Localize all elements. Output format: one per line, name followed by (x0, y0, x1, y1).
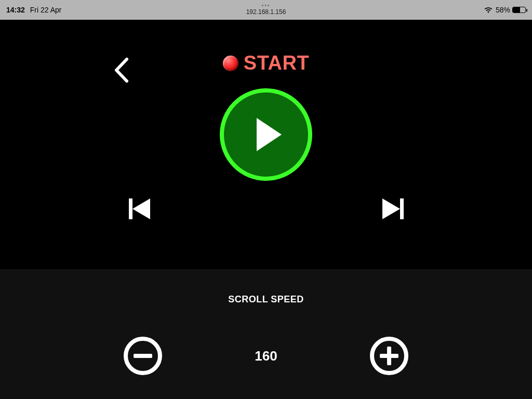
skip-end-bar-icon (400, 198, 404, 219)
status-time: 14:32 (6, 6, 25, 14)
play-button[interactable] (220, 88, 312, 181)
skip-start-triangle-icon (132, 198, 150, 219)
status-address: 192.168.1.156 (246, 8, 286, 16)
skip-end-triangle-icon (382, 198, 400, 219)
playback-panel: START (0, 20, 532, 269)
battery-indicator: 58% (496, 6, 526, 14)
scroll-speed-panel: SCROLL SPEED 160 (0, 269, 532, 399)
scroll-speed-label: SCROLL SPEED (228, 294, 304, 305)
skip-to-start-button[interactable] (125, 196, 154, 221)
play-icon (257, 118, 282, 151)
battery-icon (512, 7, 526, 13)
skip-start-bar-icon (129, 198, 132, 219)
status-right: 58% (484, 6, 526, 14)
wifi-icon (484, 7, 493, 13)
record-dot-icon (223, 56, 238, 71)
increase-speed-button[interactable] (370, 337, 408, 375)
status-center: ••• 192.168.1.156 (246, 4, 286, 16)
skip-to-end-button[interactable] (378, 196, 407, 221)
speed-value: 160 (250, 348, 282, 364)
status-date: Fri 22 Apr (30, 6, 62, 14)
battery-percent: 58% (496, 6, 510, 14)
status-left: 14:32 Fri 22 Apr (6, 6, 62, 14)
app-content: START SCROLL SPEED 160 (0, 20, 532, 399)
start-header: START (223, 52, 309, 74)
multitask-dots-icon: ••• (246, 4, 286, 7)
status-bar: 14:32 Fri 22 Apr ••• 192.168.1.156 58% (0, 0, 532, 20)
chevron-left-icon (111, 57, 132, 83)
speed-row: 160 (0, 337, 532, 375)
decrease-speed-button[interactable] (124, 337, 162, 375)
back-button[interactable] (111, 57, 132, 83)
start-label: START (244, 52, 309, 74)
